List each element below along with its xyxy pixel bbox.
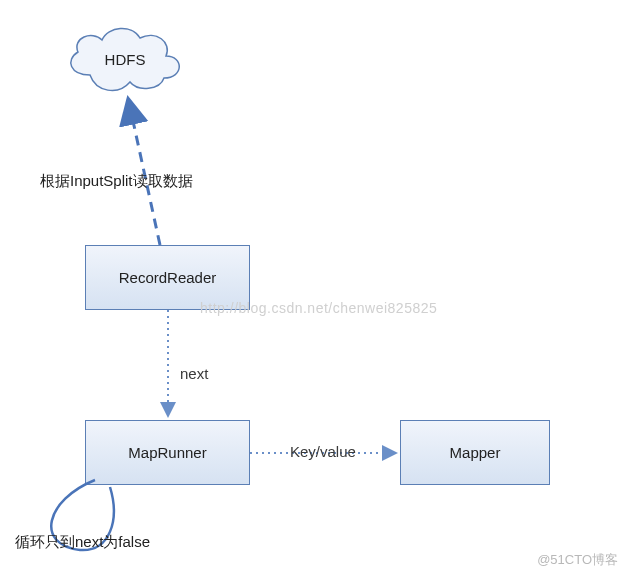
mapper-node: Mapper bbox=[400, 420, 550, 485]
map-runner-label: MapRunner bbox=[128, 444, 206, 461]
mapper-label: Mapper bbox=[450, 444, 501, 461]
edge-read-split-label: 根据InputSplit读取数据 bbox=[40, 172, 193, 191]
hdfs-label: HDFS bbox=[105, 51, 146, 68]
center-watermark: http://blog.csdn.net/chenwei825825 bbox=[200, 300, 437, 316]
map-runner-node: MapRunner bbox=[85, 420, 250, 485]
footer-watermark: @51CTO博客 bbox=[537, 551, 618, 569]
hdfs-cloud: HDFS bbox=[60, 20, 190, 100]
edge-key-value-label: Key/value bbox=[290, 443, 356, 460]
edge-loop-label: 循环只到next为false bbox=[15, 533, 150, 552]
record-reader-label: RecordReader bbox=[119, 269, 217, 286]
edge-next-label: next bbox=[180, 365, 208, 382]
